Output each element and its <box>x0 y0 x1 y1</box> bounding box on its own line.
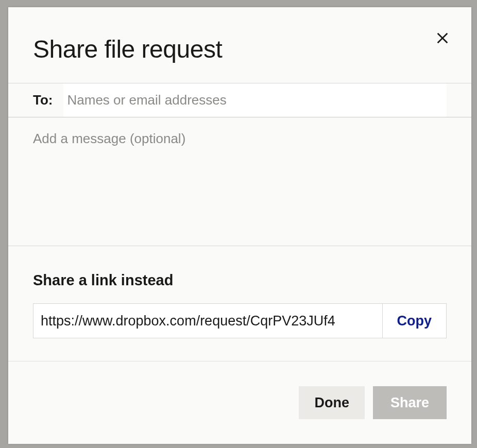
share-file-request-modal: Share file request To: Share a link inst… <box>8 7 471 444</box>
message-input[interactable] <box>33 131 447 232</box>
to-label: To: <box>33 92 53 108</box>
recipients-input-wrap <box>63 83 447 117</box>
copy-link-button[interactable]: Copy <box>382 304 447 338</box>
share-link-row: Copy <box>33 303 447 338</box>
modal-title: Share file request <box>33 35 447 63</box>
share-button[interactable]: Share <box>373 386 447 419</box>
share-link-input[interactable] <box>33 304 382 338</box>
close-button[interactable] <box>435 31 450 45</box>
share-link-section: Share a link instead Copy <box>8 246 471 361</box>
done-button[interactable]: Done <box>299 386 365 419</box>
recipients-input[interactable] <box>67 92 439 108</box>
share-link-heading: Share a link instead <box>33 272 447 289</box>
recipients-row: To: <box>8 83 471 117</box>
close-icon <box>435 31 450 45</box>
modal-footer: Done Share <box>8 361 471 419</box>
modal-header: Share file request <box>8 7 471 83</box>
message-section <box>8 117 471 246</box>
